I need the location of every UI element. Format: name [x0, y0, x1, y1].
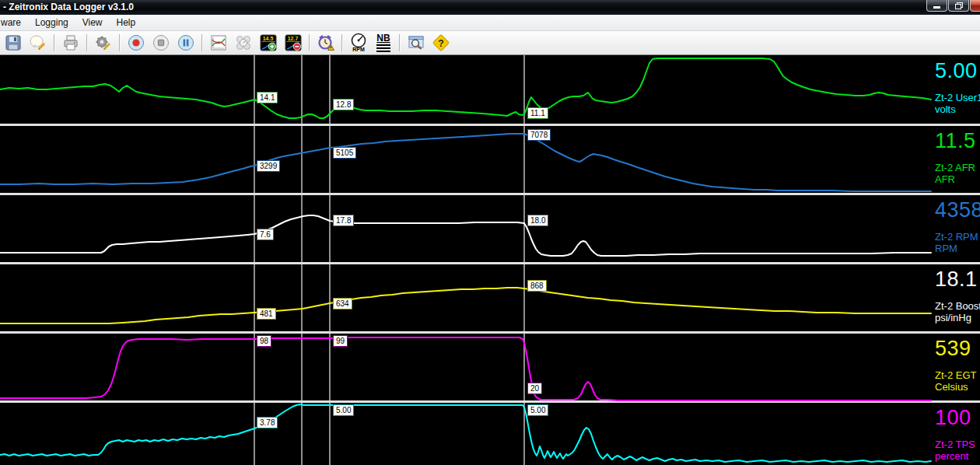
print-button[interactable] [61, 33, 81, 53]
gauges-icon [234, 33, 253, 52]
gauges-button[interactable] [233, 33, 254, 53]
minimize-button[interactable] [926, 0, 947, 12]
channel-name: Zt-2 User1 [935, 92, 980, 103]
menu-bar: ware Logging View Help [0, 15, 980, 31]
afr-remove-icon: 12.7 [284, 33, 303, 52]
rpm-gauge-icon: RPM [348, 33, 369, 53]
save-button[interactable] [3, 33, 23, 53]
channel-unit: percent [935, 450, 975, 462]
channel-value: 5.00 [935, 60, 980, 82]
svg-text:?: ? [438, 38, 443, 49]
restore-button[interactable] [948, 0, 969, 12]
cursor-value-label: 7078 [527, 129, 551, 141]
gear-pencil-icon [94, 33, 113, 52]
window-controls: ✕ [926, 0, 980, 12]
cursor-value-label: 5105 [333, 147, 356, 159]
stop-button[interactable] [151, 33, 171, 53]
channel-unit: RPM [935, 243, 980, 254]
channel-unit: psi/inHg [935, 312, 980, 323]
cursor-value-label: 12.8 [333, 99, 354, 110]
chart-canvas[interactable] [0, 55, 980, 465]
stop-icon [152, 33, 170, 52]
cursor-value-label: 20 [527, 383, 542, 394]
cursor-value-label: 18.0 [527, 215, 548, 226]
menu-item-view[interactable]: View [75, 15, 110, 30]
channel-value: 4358 [935, 199, 980, 221]
channel-value: 100 [935, 407, 975, 428]
note-pencil-icon [29, 33, 47, 52]
toolbar-separator [201, 34, 203, 51]
svg-text:14.5: 14.5 [263, 36, 274, 41]
channel-unit: volts [935, 103, 980, 115]
cursor-value-label: 17.8 [333, 215, 354, 226]
pause-button[interactable] [176, 33, 196, 53]
toolbar: 14.5 12.7 RPM NB ? [0, 31, 980, 55]
channel-value: 11.5 [935, 130, 976, 152]
channel-name: Zt-2 Boost [935, 300, 980, 312]
window-title: - Zeitronix Data Logger v3.1.0 [3, 2, 134, 12]
app-window: - Zeitronix Data Logger v3.1.0 ✕ ware Lo… [0, 0, 980, 465]
toolbar-separator [341, 34, 343, 51]
cursor-value-label: 5.00 [527, 404, 548, 416]
channel-name: Zt-2 RPM [935, 231, 980, 243]
narrowband-icon: NB [373, 33, 394, 53]
help-icon: ? [431, 33, 451, 53]
channel-panel-egt: 539 Zt-2 EGT Celsius [935, 333, 976, 393]
record-icon [127, 33, 145, 52]
channel-unit: Celsius [935, 381, 976, 393]
cursor-value-label: 5.00 [333, 404, 354, 416]
title-bar: - Zeitronix Data Logger v3.1.0 ✕ [0, 0, 980, 15]
restore-icon [955, 2, 963, 9]
afr-remove-button[interactable]: 12.7 [283, 33, 303, 53]
pause-icon [177, 33, 195, 52]
xy-plot-icon [209, 33, 228, 52]
channel-panel-tps: 100 Zt-2 TPS percent [935, 402, 975, 462]
channel-panel-user1: 5.00 Zt-2 User1 volts [935, 55, 980, 115]
menu-item-ware[interactable]: ware [0, 15, 28, 30]
cursor-value-label: 98 [257, 335, 271, 347]
afr-add-button[interactable]: 14.5 [258, 33, 278, 53]
alarm-button[interactable] [316, 33, 336, 53]
cursor-value-label: 7.6 [257, 229, 274, 240]
chart-view-button[interactable] [208, 33, 229, 53]
svg-text:RPM: RPM [352, 47, 365, 52]
narrowband-button[interactable]: NB [373, 33, 394, 53]
toolbar-separator [54, 34, 55, 51]
channel-panel-afr: 11.5 Zt-2 AFR AFR [935, 125, 976, 185]
svg-text:NB: NB [376, 33, 390, 44]
channel-name: Zt-2 TPS [935, 439, 975, 450]
printer-icon [61, 33, 80, 52]
cursor-value-label: 3.78 [257, 417, 278, 428]
cursor-value-label: 481 [257, 308, 276, 320]
close-button[interactable]: ✕ [970, 0, 980, 12]
channel-value: 18.1 [935, 268, 980, 290]
minimize-icon [933, 6, 940, 9]
channel-value: 539 [935, 337, 976, 359]
cursor-value-label: 11.1 [527, 107, 548, 119]
settings-button[interactable] [93, 33, 114, 53]
toolbar-separator [309, 34, 310, 51]
channel-name: Zt-2 AFR [935, 162, 976, 173]
rpm-gauge-button[interactable]: RPM [348, 33, 369, 53]
channel-panel-rpm: 4358 Zt-2 RPM RPM [935, 194, 980, 254]
search-window-icon [407, 33, 425, 52]
log-viewer-button[interactable] [406, 33, 426, 53]
toolbar-separator [86, 34, 88, 51]
record-button[interactable] [126, 33, 146, 53]
svg-text:12.7: 12.7 [288, 36, 299, 41]
menu-item-help[interactable]: Help [110, 15, 143, 30]
toolbar-separator [119, 34, 121, 51]
channel-panel-boost: 18.1 Zt-2 Boost psi/inHg [935, 264, 980, 323]
alarm-clock-icon [317, 33, 335, 52]
chart-area[interactable]: 14.112.811.13299510570787.617.818.048163… [0, 55, 980, 465]
cursor-value-label: 868 [527, 280, 547, 292]
afr-add-icon: 14.5 [259, 33, 278, 52]
floppy-icon [4, 33, 23, 52]
cursor-value-label: 3299 [257, 160, 280, 172]
notes-button[interactable] [28, 33, 48, 53]
cursor-value-label: 99 [333, 335, 348, 347]
menu-item-logging[interactable]: Logging [28, 15, 75, 30]
channel-unit: AFR [935, 173, 976, 185]
help-button[interactable]: ? [431, 33, 451, 53]
channel-name: Zt-2 EGT [935, 369, 976, 381]
